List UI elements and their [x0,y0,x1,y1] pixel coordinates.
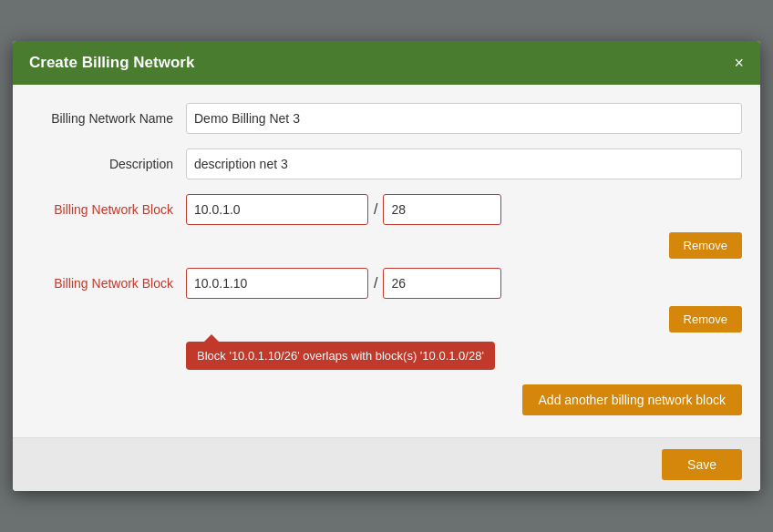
block-2-ip-input[interactable] [186,268,368,299]
block-1-remove-row: Remove [31,232,742,259]
overlay: Create Billing Network × Billing Network… [0,0,773,532]
block-2-remove-row: Remove [31,306,742,332]
description-label: Description [31,157,186,171]
description-input[interactable] [186,148,742,179]
slash-2: / [374,275,377,292]
block-label-1: Billing Network Block [31,202,186,217]
block-label-2: Billing Network Block [31,276,186,291]
block-1-remove-button[interactable]: Remove [669,232,742,259]
block-1-cidr-input[interactable] [383,194,501,225]
billing-network-name-label: Billing Network Name [31,111,186,126]
modal-close-button[interactable]: × [734,55,744,71]
modal-title: Create Billing Network [29,54,194,72]
modal-dialog: Create Billing Network × Billing Network… [13,41,760,491]
block-1-ip-input[interactable] [186,194,368,225]
block-2-remove-button[interactable]: Remove [669,306,742,332]
block-row-2: Billing Network Block / [31,268,742,299]
block-row-1: Billing Network Block / [31,194,742,225]
error-tooltip: Block '10.0.1.10/26' overlaps with block… [186,342,495,370]
modal-body: Billing Network Name Description Billing… [13,85,760,437]
block-2-cidr-input[interactable] [383,268,501,299]
slash-1: / [374,201,377,218]
block-group-2: Billing Network Block / Remove [31,268,742,332]
billing-network-name-input[interactable] [186,103,742,134]
description-row: Description [31,148,742,179]
billing-network-name-row: Billing Network Name [31,103,742,134]
save-button[interactable]: Save [662,449,742,480]
add-block-button[interactable]: Add another billing network block [522,384,742,415]
add-block-row: Add another billing network block [31,384,742,415]
modal-footer: Save [13,437,760,491]
modal-header: Create Billing Network × [13,41,760,85]
block-group-1: Billing Network Block / Remove [31,194,742,259]
